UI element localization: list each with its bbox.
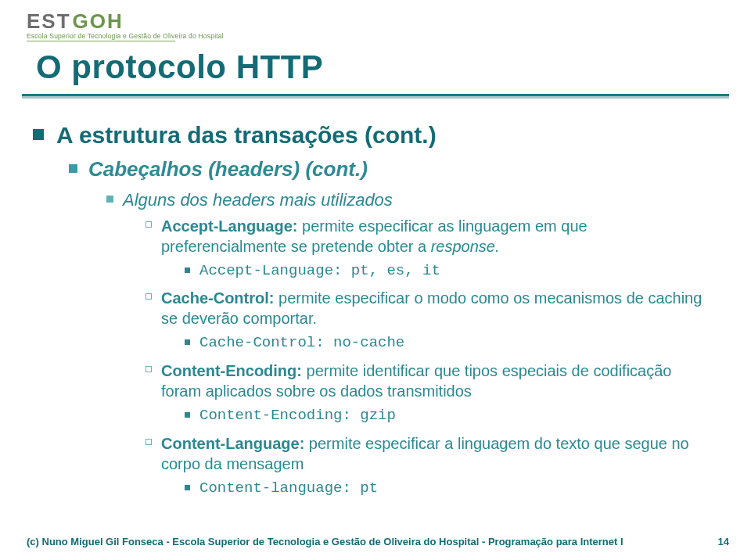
header-item-text: Content-Language: permite especificar a …: [161, 433, 712, 474]
logo-block: EST GOH Escola Superior de Tecnologia e …: [27, 9, 224, 41]
logo-subtitle: Escola Superior de Tecnologia e Gestão d…: [27, 32, 224, 40]
hollow-square-bullet-icon: [146, 221, 152, 228]
square-bullet-icon: [69, 164, 77, 173]
slide-page: EST GOH Escola Superior de Tecnologia e …: [0, 0, 751, 560]
header-label: Cache-Control:: [161, 289, 274, 307]
square-bullet-icon: [33, 129, 44, 140]
header-item-cache-control: Cache-Control: permite especificar o mod…: [146, 288, 712, 328]
bullet-2-text: Cabeçalhos (headers) (cont.): [88, 157, 368, 181]
square-bullet-icon: [106, 196, 113, 203]
code-line: Accept-Language: pt, es, it: [185, 261, 712, 281]
code-line: Content-language: pt: [185, 479, 712, 498]
code-text: Content-language: pt: [199, 479, 378, 498]
page-number: 14: [718, 536, 729, 547]
code-text: Content-Encoding: gzip: [199, 406, 396, 425]
square-bullet-icon: [185, 412, 190, 418]
header-item-content-language: Content-Language: permite especificar a …: [146, 433, 712, 474]
logo-underline: [27, 41, 175, 41]
header-label: Content-Encoding:: [161, 362, 302, 379]
header-item-text: Content-Encoding: permite identificar qu…: [161, 361, 712, 401]
bullet-level-3: Alguns dos headers mais utilizados: [106, 189, 712, 211]
bullet-3-text: Alguns dos headers mais utilizados: [123, 189, 393, 211]
header-label: Content-Language:: [161, 435, 304, 452]
header-item-text: Cache-Control: permite especificar o mod…: [161, 288, 712, 328]
hollow-square-bullet-icon: [146, 293, 152, 300]
header-label: Accept-Language:: [161, 217, 297, 235]
bullet-level-2: Cabeçalhos (headers) (cont.): [69, 157, 712, 181]
logo-text-right: GOH: [73, 9, 124, 34]
bullet-1-text: A estrutura das transações (cont.): [56, 121, 437, 149]
header-item-text: Accept-Language: permite especificar as …: [161, 216, 712, 257]
logo-row: EST GOH: [27, 9, 224, 34]
square-bullet-icon: [185, 267, 190, 273]
header-item-content-encoding: Content-Encoding: permite identificar qu…: [146, 361, 712, 401]
code-line: Cache-Control: no-cache: [185, 333, 712, 353]
header-desc-tail: response.: [431, 238, 500, 255]
code-text: Cache-Control: no-cache: [199, 333, 404, 353]
bullet-level-1: A estrutura das transações (cont.): [33, 121, 712, 149]
slide-footer: (c) Nuno Miguel Gil Fonseca - Escola Sup…: [27, 536, 729, 547]
logo-text-left: EST: [27, 9, 71, 34]
code-text: Accept-Language: pt, es, it: [199, 261, 440, 281]
slide-title: O protocolo HTTP: [36, 48, 323, 86]
header-item-accept-language: Accept-Language: permite especificar as …: [146, 216, 712, 257]
hollow-square-bullet-icon: [146, 366, 152, 372]
slide-content: A estrutura das transações (cont.) Cabeç…: [30, 121, 712, 505]
title-underline: [22, 94, 729, 99]
footer-text: (c) Nuno Miguel Gil Fonseca - Escola Sup…: [27, 536, 623, 547]
square-bullet-icon: [185, 485, 190, 490]
square-bullet-icon: [185, 339, 190, 345]
code-line: Content-Encoding: gzip: [185, 406, 712, 425]
hollow-square-bullet-icon: [146, 439, 152, 445]
